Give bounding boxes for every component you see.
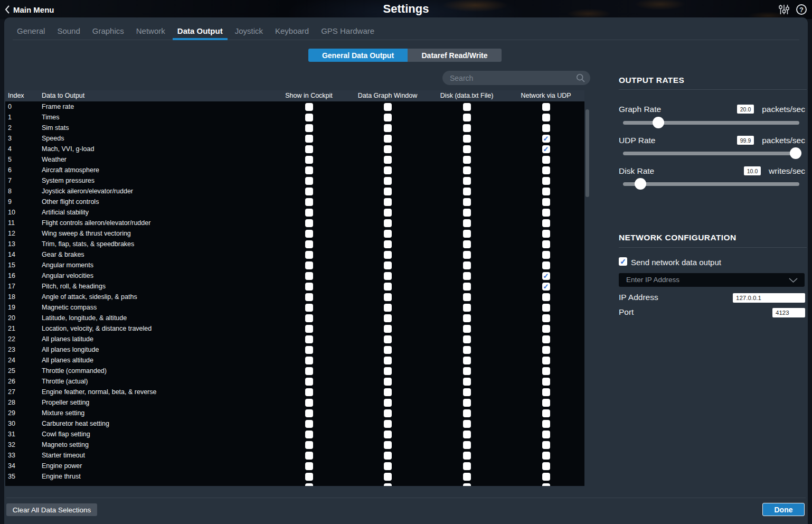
checkbox-network-udp[interactable] bbox=[542, 409, 550, 417]
checkbox-network-udp[interactable] bbox=[542, 283, 550, 291]
checkbox-data-graph-window[interactable] bbox=[384, 188, 392, 195]
checkbox-show-in-cockpit[interactable] bbox=[305, 124, 313, 132]
udp-rate-value-input[interactable] bbox=[737, 136, 754, 145]
checkbox-network-udp[interactable] bbox=[542, 335, 550, 343]
checkbox-disk-file[interactable] bbox=[463, 219, 471, 227]
tab-network[interactable]: Network bbox=[136, 23, 165, 40]
checkbox-data-graph-window[interactable] bbox=[384, 251, 392, 259]
checkbox-network-udp[interactable] bbox=[542, 114, 550, 121]
checkbox-network-udp[interactable] bbox=[542, 367, 550, 375]
checkbox-data-graph-window[interactable] bbox=[384, 409, 392, 417]
checkbox-data-graph-window[interactable] bbox=[384, 346, 392, 354]
clear-all-data-selections-button[interactable]: Clear All Data Selections bbox=[6, 503, 97, 516]
checkbox-disk-file[interactable] bbox=[463, 283, 471, 291]
tab-sound[interactable]: Sound bbox=[57, 23, 80, 40]
checkbox-data-graph-window[interactable] bbox=[384, 293, 392, 301]
checkbox-network-udp[interactable] bbox=[542, 240, 550, 248]
checkbox-show-in-cockpit[interactable] bbox=[305, 399, 313, 407]
checkbox-network-udp[interactable] bbox=[542, 304, 550, 312]
checkbox-data-graph-window[interactable] bbox=[384, 325, 392, 333]
checkbox-disk-file[interactable] bbox=[463, 209, 471, 217]
checkbox-network-udp[interactable] bbox=[542, 166, 550, 174]
checkbox-data-graph-window[interactable] bbox=[384, 219, 392, 227]
checkbox-data-graph-window[interactable] bbox=[384, 209, 392, 217]
checkbox-data-graph-window[interactable] bbox=[384, 483, 392, 486]
checkbox-disk-file[interactable] bbox=[463, 357, 471, 364]
checkbox-data-graph-window[interactable] bbox=[384, 145, 392, 153]
checkbox-disk-file[interactable] bbox=[463, 103, 471, 111]
checkbox-network-udp[interactable] bbox=[542, 293, 550, 301]
checkbox-disk-file[interactable] bbox=[463, 145, 471, 153]
tab-gps-hardware[interactable]: GPS Hardware bbox=[321, 23, 374, 40]
checkbox-network-udp[interactable] bbox=[542, 209, 550, 217]
checkbox-data-graph-window[interactable] bbox=[384, 441, 392, 449]
checkbox-show-in-cockpit[interactable] bbox=[305, 357, 313, 364]
checkbox-disk-file[interactable] bbox=[463, 314, 471, 322]
checkbox-disk-file[interactable] bbox=[463, 441, 471, 449]
checkbox-network-udp[interactable] bbox=[542, 124, 550, 132]
checkbox-disk-file[interactable] bbox=[463, 240, 471, 248]
checkbox-show-in-cockpit[interactable] bbox=[305, 304, 313, 312]
checkbox-network-udp[interactable] bbox=[542, 230, 550, 238]
checkbox-network-udp[interactable] bbox=[542, 314, 550, 322]
checkbox-disk-file[interactable] bbox=[463, 420, 471, 428]
checkbox-data-graph-window[interactable] bbox=[384, 420, 392, 428]
checkbox-data-graph-window[interactable] bbox=[384, 335, 392, 343]
checkbox-disk-file[interactable] bbox=[463, 114, 471, 121]
checkbox-disk-file[interactable] bbox=[463, 156, 471, 164]
checkbox-disk-file[interactable] bbox=[463, 325, 471, 333]
checkbox-data-graph-window[interactable] bbox=[384, 314, 392, 322]
checkbox-data-graph-window[interactable] bbox=[384, 230, 392, 238]
checkbox-network-udp[interactable] bbox=[542, 399, 550, 407]
checkbox-data-graph-window[interactable] bbox=[384, 378, 392, 386]
subtab-general-data-output[interactable]: General Data Output bbox=[308, 49, 408, 62]
done-button[interactable]: Done bbox=[762, 503, 805, 516]
checkbox-data-graph-window[interactable] bbox=[384, 124, 392, 132]
checkbox-data-graph-window[interactable] bbox=[384, 367, 392, 375]
checkbox-network-udp[interactable] bbox=[542, 177, 550, 185]
checkbox-disk-file[interactable] bbox=[463, 293, 471, 301]
graph-rate-slider-thumb[interactable] bbox=[653, 117, 664, 128]
checkbox-show-in-cockpit[interactable] bbox=[305, 261, 313, 269]
checkbox-show-in-cockpit[interactable] bbox=[305, 145, 313, 153]
checkbox-show-in-cockpit[interactable] bbox=[305, 441, 313, 449]
checkbox-network-udp[interactable] bbox=[542, 441, 550, 449]
checkbox-show-in-cockpit[interactable] bbox=[305, 473, 313, 481]
checkbox-show-in-cockpit[interactable] bbox=[305, 219, 313, 227]
checkbox-data-graph-window[interactable] bbox=[384, 388, 392, 396]
checkbox-network-udp[interactable] bbox=[542, 219, 550, 227]
checkbox-network-udp[interactable] bbox=[542, 462, 550, 470]
checkbox-network-udp[interactable] bbox=[542, 473, 550, 481]
disk-rate-slider-thumb[interactable] bbox=[635, 178, 646, 190]
checkbox-show-in-cockpit[interactable] bbox=[305, 483, 313, 486]
checkbox-disk-file[interactable] bbox=[463, 452, 471, 460]
checkbox-show-in-cockpit[interactable] bbox=[305, 378, 313, 386]
checkbox-show-in-cockpit[interactable] bbox=[305, 135, 313, 143]
checkbox-network-udp[interactable] bbox=[542, 272, 550, 280]
checkbox-show-in-cockpit[interactable] bbox=[305, 272, 313, 280]
checkbox-network-udp[interactable] bbox=[542, 388, 550, 396]
checkbox-show-in-cockpit[interactable] bbox=[305, 420, 313, 428]
checkbox-disk-file[interactable] bbox=[463, 272, 471, 280]
checkbox-disk-file[interactable] bbox=[463, 261, 471, 269]
checkbox-disk-file[interactable] bbox=[463, 399, 471, 407]
checkbox-network-udp[interactable] bbox=[542, 103, 550, 111]
checkbox-disk-file[interactable] bbox=[463, 177, 471, 185]
checkbox-network-udp[interactable] bbox=[542, 188, 550, 195]
checkbox-disk-file[interactable] bbox=[463, 198, 471, 206]
graph-rate-value-input[interactable] bbox=[737, 105, 754, 114]
checkbox-show-in-cockpit[interactable] bbox=[305, 388, 313, 396]
checkbox-show-in-cockpit[interactable] bbox=[305, 251, 313, 259]
checkbox-show-in-cockpit[interactable] bbox=[305, 325, 313, 333]
checkbox-show-in-cockpit[interactable] bbox=[305, 209, 313, 217]
checkbox-data-graph-window[interactable] bbox=[384, 240, 392, 248]
checkbox-network-udp[interactable] bbox=[542, 325, 550, 333]
checkbox-data-graph-window[interactable] bbox=[384, 177, 392, 185]
checkbox-show-in-cockpit[interactable] bbox=[305, 188, 313, 195]
checkbox-show-in-cockpit[interactable] bbox=[305, 314, 313, 322]
checkbox-data-graph-window[interactable] bbox=[384, 135, 392, 143]
help-icon[interactable]: ? bbox=[796, 4, 807, 15]
checkbox-disk-file[interactable] bbox=[463, 230, 471, 238]
checkbox-network-udp[interactable] bbox=[542, 261, 550, 269]
checkbox-network-udp[interactable] bbox=[542, 135, 550, 143]
